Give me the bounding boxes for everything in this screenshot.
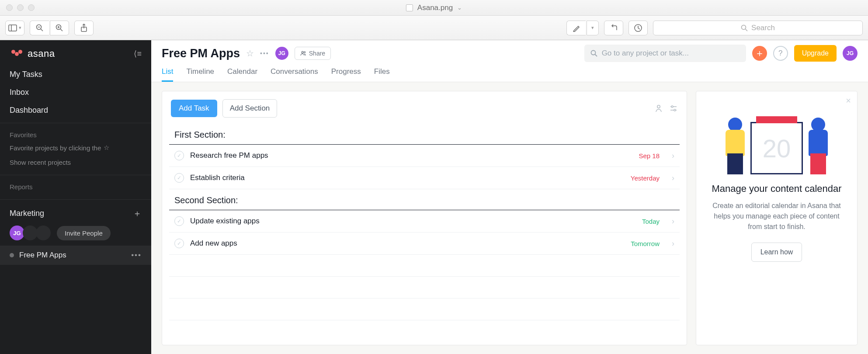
tab-progress[interactable]: Progress xyxy=(331,67,361,82)
share-project-button[interactable]: Share xyxy=(295,47,331,60)
window-title[interactable]: Asana.png ⌄ xyxy=(406,3,462,12)
add-task-button[interactable]: Add Task xyxy=(171,100,217,117)
brand-text: asana xyxy=(28,48,55,59)
user-avatar[interactable]: JG xyxy=(843,46,858,61)
avatar-me[interactable]: JG xyxy=(10,226,24,240)
project-menu-icon[interactable]: ••• xyxy=(131,251,142,260)
add-project-icon[interactable]: ＋ xyxy=(133,208,142,219)
task-name: Establish criteria xyxy=(190,174,625,182)
search-icon xyxy=(590,50,597,57)
people-icon xyxy=(300,51,306,56)
sidebar-project-item[interactable]: Free PM Apps ••• xyxy=(0,246,151,265)
quick-add-button[interactable]: ＋ xyxy=(752,46,767,61)
chevron-right-icon: › xyxy=(672,174,674,183)
reports-heading[interactable]: Reports xyxy=(0,175,151,193)
task-due: Today xyxy=(642,218,660,225)
svg-line-3 xyxy=(41,29,43,31)
share-button[interactable] xyxy=(74,21,94,35)
invite-people-button[interactable]: Invite People xyxy=(57,226,111,240)
project-color-dot xyxy=(10,253,14,257)
svg-point-18 xyxy=(657,105,660,108)
empty-task-row[interactable] xyxy=(169,277,680,298)
info-button[interactable] xyxy=(628,21,648,35)
help-button[interactable]: ? xyxy=(773,46,788,61)
promo-illustration: 20 xyxy=(707,100,847,174)
chevron-right-icon: › xyxy=(672,239,674,248)
task-row[interactable]: ✓ Research free PM apps Sep 18 › xyxy=(169,145,680,167)
promo-cta-button[interactable]: Learn how xyxy=(751,243,802,262)
collapse-sidebar-icon[interactable]: ⟨≡ xyxy=(134,49,142,59)
nav-dashboard[interactable]: Dashboard xyxy=(0,101,151,119)
tab-list[interactable]: List xyxy=(162,67,173,82)
project-more-icon[interactable]: ••• xyxy=(260,50,269,57)
zoom-out-button[interactable] xyxy=(30,21,49,35)
search-placeholder: Search xyxy=(751,24,775,32)
calendar-icon: 20 xyxy=(750,122,803,174)
complete-checkbox[interactable]: ✓ xyxy=(174,239,184,248)
tab-calendar[interactable]: Calendar xyxy=(227,67,257,82)
markup-dropdown[interactable]: ▾ xyxy=(587,21,599,35)
svg-point-21 xyxy=(671,106,673,108)
project-name: Free PM Apps xyxy=(19,251,66,260)
favorites-heading: Favorites xyxy=(0,123,151,141)
tab-files[interactable]: Files xyxy=(374,67,390,82)
omnisearch-input[interactable]: Go to any project or task... xyxy=(584,45,746,62)
svg-point-22 xyxy=(674,109,676,111)
nav-inbox[interactable]: Inbox xyxy=(0,83,151,101)
avatar-empty[interactable] xyxy=(36,226,51,240)
svg-line-13 xyxy=(746,29,748,31)
task-row[interactable]: ✓ Establish criteria Yesterday › xyxy=(169,167,680,189)
brand-logo[interactable]: asana xyxy=(10,48,55,59)
svg-rect-0 xyxy=(9,25,17,31)
zoom-in-button[interactable] xyxy=(50,21,69,35)
avatar-empty[interactable] xyxy=(23,226,38,240)
close-window-button[interactable] xyxy=(6,4,13,11)
complete-checkbox[interactable]: ✓ xyxy=(174,151,184,160)
favorite-star-icon[interactable]: ☆ xyxy=(246,48,254,59)
complete-checkbox[interactable]: ✓ xyxy=(174,173,184,183)
task-due: Sep 18 xyxy=(639,152,660,160)
promo-body: Create an editorial calendar in Asana th… xyxy=(707,201,847,232)
task-row[interactable]: ✓ Update existing apps Today › xyxy=(169,210,680,233)
empty-task-row[interactable] xyxy=(169,298,680,320)
file-icon xyxy=(406,4,413,11)
upgrade-button[interactable]: Upgrade xyxy=(794,45,837,62)
tab-timeline[interactable]: Timeline xyxy=(186,67,214,82)
macos-toolbar: ▾ ▾ Search xyxy=(0,16,868,40)
empty-task-row[interactable] xyxy=(169,255,680,277)
view-tabs: List Timeline Calendar Conversations Pro… xyxy=(151,62,868,82)
task-name: Research free PM apps xyxy=(190,151,632,160)
zoom-window-button[interactable] xyxy=(28,4,35,11)
rotate-button[interactable] xyxy=(604,21,623,35)
team-name[interactable]: Marketing xyxy=(10,209,44,218)
minimize-window-button[interactable] xyxy=(17,4,24,11)
team-members: JG Invite People xyxy=(0,223,151,246)
finder-search[interactable]: Search xyxy=(653,21,863,35)
tab-conversations[interactable]: Conversations xyxy=(271,67,318,82)
project-title: Free PM Apps xyxy=(162,47,240,60)
section-header[interactable]: First Section: xyxy=(169,126,680,145)
svg-point-15 xyxy=(304,52,305,53)
promo-card: × 20 Manage your content calendar Create… xyxy=(696,91,858,345)
svg-point-14 xyxy=(302,52,303,53)
member-avatar[interactable]: JG xyxy=(275,47,288,60)
filter-settings-icon[interactable] xyxy=(669,104,678,113)
task-name: Update existing apps xyxy=(190,217,636,226)
task-row[interactable]: ✓ Add new apps Tomorrow › xyxy=(169,233,680,255)
promo-title: Manage your content calendar xyxy=(707,183,847,194)
sidebar-toggle-button[interactable]: ▾ xyxy=(5,21,24,35)
section-header[interactable]: Second Section: xyxy=(169,192,680,210)
window-controls xyxy=(0,4,35,11)
show-recent-projects[interactable]: Show recent projects xyxy=(0,154,151,170)
markup-button[interactable] xyxy=(566,21,586,35)
macos-titlebar: Asana.png ⌄ xyxy=(0,0,868,16)
task-due: Tomorrow xyxy=(631,240,660,247)
complete-checkbox[interactable]: ✓ xyxy=(174,216,184,226)
svg-line-6 xyxy=(60,29,62,31)
nav-my-tasks[interactable]: My Tasks xyxy=(0,66,151,83)
assignee-filter-icon[interactable] xyxy=(654,104,663,113)
star-icon: ☆ xyxy=(104,144,109,152)
add-section-button[interactable]: Add Section xyxy=(222,99,278,118)
close-icon[interactable]: × xyxy=(846,96,851,106)
task-name: Add new apps xyxy=(190,239,625,248)
